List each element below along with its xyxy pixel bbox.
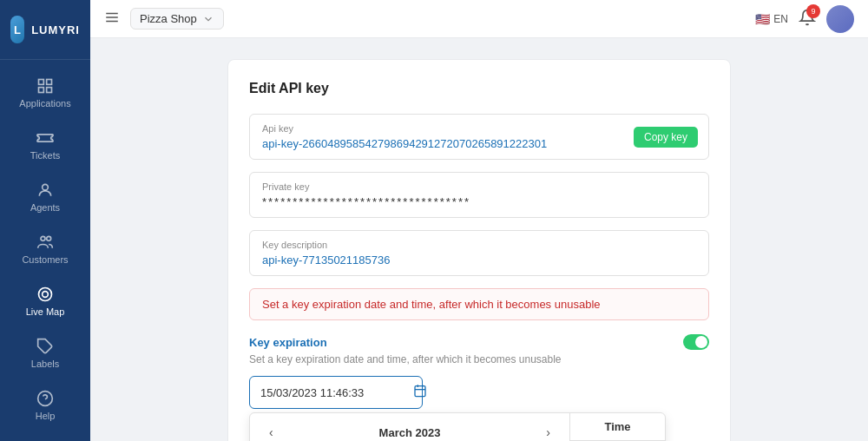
key-expiration-desc: Set a key expiration date and time, afte… — [249, 353, 709, 365]
menu-icon[interactable] — [104, 10, 120, 29]
grid-icon — [36, 77, 54, 95]
logo-text: LUMYRI — [31, 23, 80, 36]
datetime-input-wrap — [249, 376, 423, 409]
svg-point-7 — [43, 292, 49, 298]
sidebar-nav: Applications Tickets Agents Customers Li… — [0, 60, 90, 441]
calendar-icon[interactable] — [413, 384, 427, 401]
customers-icon — [36, 234, 54, 251]
api-key-label: Api key — [262, 123, 696, 134]
map-icon — [36, 286, 54, 303]
key-expiration-header: Key expiration — [249, 334, 709, 350]
calendar-header: ‹ March 2023 › — [257, 420, 562, 441]
flag-icon: 🇺🇸 — [755, 12, 770, 26]
svg-point-8 — [39, 288, 52, 301]
key-expiration-section: Key expiration Set a key expiration date… — [249, 334, 709, 441]
toggle-knob — [695, 336, 707, 348]
topbar-right: 🇺🇸 EN 9 — [755, 5, 854, 33]
sidebar-item-live-map[interactable]: Live Map — [0, 275, 90, 327]
month-title: March 2023 — [379, 426, 441, 439]
page-title: Edit API key — [249, 81, 709, 96]
help-icon — [36, 390, 54, 407]
lang-label: EN — [773, 13, 788, 25]
api-key-field: Api key api-key-266048958542798694291272… — [249, 114, 709, 160]
sidebar-item-agents[interactable]: Agents — [0, 171, 90, 223]
main-area: Pizza Shop 🇺🇸 EN 9 Edit API key Api key … — [90, 0, 868, 441]
svg-rect-2 — [39, 88, 44, 93]
time-section: Time ▲ 10:00 AM10:30 AM11:00 AM11:30 AM1… — [569, 413, 665, 441]
sidebar-logo: L LUMYRI — [0, 0, 90, 60]
warning-box: Set a key expiration date and time, afte… — [249, 288, 709, 320]
sidebar: L LUMYRI Applications Tickets Agents Cus… — [0, 0, 90, 441]
key-expiration-title: Key expiration — [249, 336, 327, 349]
topbar: Pizza Shop 🇺🇸 EN 9 — [90, 0, 868, 38]
content-area: Edit API key Api key api-key-26604895854… — [90, 38, 868, 441]
svg-rect-0 — [39, 80, 44, 85]
picker-wrap: ‹ March 2023 › SuMoTuWeThFrSa 2627281234… — [249, 412, 666, 441]
api-key-value: api-key-26604895854279869429127207026589… — [262, 137, 696, 150]
edit-api-key-card: Edit API key Api key api-key-26604895854… — [227, 59, 731, 441]
svg-rect-3 — [47, 88, 52, 93]
sidebar-item-customers[interactable]: Customers — [0, 223, 90, 275]
time-header: Time — [570, 413, 665, 441]
private-key-value: ********************************** — [262, 195, 696, 208]
copy-key-button[interactable]: Copy key — [634, 127, 698, 148]
agent-icon — [36, 181, 54, 199]
private-key-field: Private key ****************************… — [249, 172, 709, 218]
calendar-section: ‹ March 2023 › SuMoTuWeThFrSa 2627281234… — [250, 413, 569, 441]
ticket-icon — [36, 129, 54, 147]
notifications-button[interactable]: 9 — [799, 9, 816, 30]
notification-badge: 9 — [806, 4, 820, 18]
svg-rect-1 — [47, 80, 52, 85]
sidebar-item-tickets[interactable]: Tickets — [0, 119, 90, 171]
svg-rect-16 — [415, 386, 425, 397]
key-description-value: api-key-77135021185736 — [262, 253, 696, 267]
datetime-input[interactable] — [260, 386, 406, 399]
svg-point-4 — [43, 184, 49, 190]
private-key-label: Private key — [262, 181, 696, 192]
logo-icon: L — [10, 16, 24, 43]
key-description-label: Key description — [262, 240, 696, 250]
prev-month-button[interactable]: ‹ — [264, 424, 279, 441]
sidebar-item-help[interactable]: Help — [0, 379, 90, 431]
key-description-field: Key description api-key-77135021185736 — [249, 230, 709, 276]
shop-name: Pizza Shop — [140, 12, 197, 25]
sidebar-item-labels[interactable]: Labels — [0, 327, 90, 379]
expiration-toggle[interactable] — [683, 334, 709, 350]
sidebar-item-settings[interactable]: Settings — [0, 431, 90, 441]
svg-point-6 — [47, 236, 51, 240]
tag-icon — [36, 338, 54, 355]
language-selector[interactable]: 🇺🇸 EN — [755, 12, 788, 26]
svg-point-5 — [41, 236, 45, 240]
sidebar-item-applications[interactable]: Applications — [0, 67, 90, 119]
chevron-down-icon — [202, 13, 214, 25]
next-month-button[interactable]: › — [541, 424, 556, 441]
shop-selector[interactable]: Pizza Shop — [130, 8, 224, 30]
user-avatar[interactable] — [826, 5, 854, 33]
